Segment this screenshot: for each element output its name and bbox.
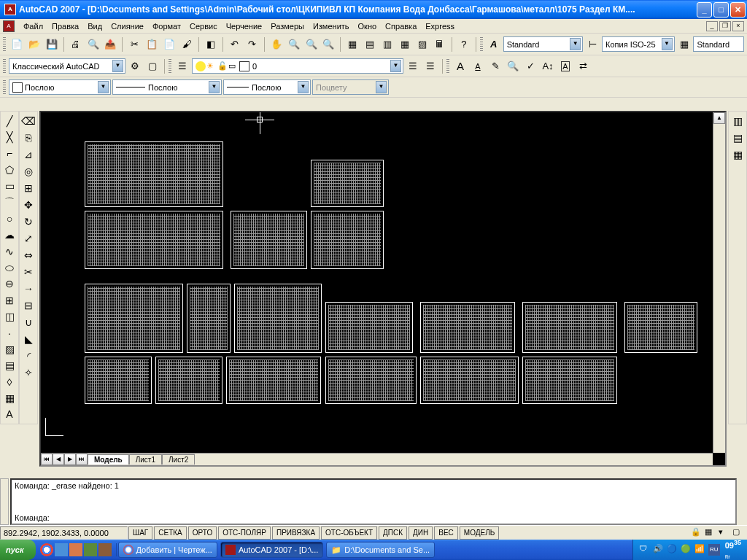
clean-icon[interactable]: ▢ [732,527,744,539]
scale-text-icon[interactable]: A↕ [540,58,556,74]
tab-layout2[interactable]: Лист2 [162,454,195,464]
justify-icon[interactable]: A [557,58,573,74]
menu-file[interactable]: Файл [19,20,47,32]
xline-icon[interactable]: ╳ [1,129,18,144]
copy-icon[interactable]: 📋 [144,36,160,52]
menu-tools[interactable]: Сервис [185,20,222,32]
menu-draw[interactable]: Черчение [222,20,267,32]
status-polar[interactable]: ОТС-ПОЛЯР [218,526,271,540]
revcloud-icon[interactable]: ☁ [1,228,18,243]
tab-last-icon[interactable]: ⏭ [76,454,88,465]
drawing-viewport[interactable]: ▲ ⏮ ◀ ▶ ⏭ Модель Лист1 Лист2 [39,111,727,467]
trim-icon[interactable]: ✂ [20,264,36,280]
ql-icon[interactable] [98,543,112,556]
offset-icon[interactable]: ◎ [20,163,36,179]
close-button[interactable]: ✕ [730,2,746,18]
pline-icon[interactable]: ⌐ [1,146,18,161]
status-ortho[interactable]: ОРТО [188,526,217,540]
lineweight-combo[interactable]: Послою ▼ [223,79,311,95]
toolbar-grip[interactable] [3,80,6,95]
textstyle-combo[interactable]: Standard ▼ [503,36,584,52]
array-icon[interactable]: ⊞ [20,180,36,196]
circle-icon[interactable]: ○ [1,211,18,226]
preview-icon[interactable]: 🔍 [85,36,101,52]
insert-icon[interactable]: ⊞ [1,292,18,308]
gradient-icon[interactable]: ▤ [1,358,18,373]
mdi-close[interactable]: × [732,21,744,31]
linetype-combo[interactable]: Послою ▼ [112,79,222,95]
help-icon[interactable]: ? [456,36,472,52]
scale-icon[interactable]: ⤢ [20,230,36,246]
markup-icon[interactable]: ▨ [414,36,430,52]
chevron-down-icon[interactable]: ▼ [390,60,401,72]
command-grip[interactable] [0,478,9,525]
menu-edit[interactable]: Правка [47,20,83,32]
mdi-restore[interactable]: ❐ [719,21,731,31]
calc-icon[interactable]: 🖩 [432,36,448,52]
dtext-icon[interactable]: A [470,58,486,74]
match-icon[interactable]: 🖌 [179,36,195,52]
ws-save-icon[interactable]: ▢ [144,58,160,74]
tab-prev-icon[interactable]: ◀ [53,454,64,465]
point-icon[interactable]: · [1,325,18,341]
tab-layout1[interactable]: Лист1 [129,454,162,464]
taskbar-item-active[interactable]: AutoCAD 2007 - [D:\... [220,542,323,558]
tray-icon[interactable]: ▾ [719,527,730,539]
tab-model[interactable]: Модель [88,454,129,464]
layer-prev-icon[interactable]: ☰ [405,58,421,74]
start-button[interactable]: пуск [0,540,36,560]
ellipse-arc-icon[interactable]: ⊖ [1,276,18,292]
info-palette-icon[interactable]: ▦ [729,147,746,163]
chevron-down-icon[interactable]: ▼ [209,81,220,93]
block-icon[interactable]: ◫ [1,309,18,324]
tray-icon[interactable]: 🟢 [681,544,692,556]
status-osnap[interactable]: ПРИВЯЗКА [272,526,320,540]
chevron-down-icon[interactable]: ▼ [662,38,673,50]
coords-display[interactable]: 892.2942, 1902.3433, 0.0000 [0,526,128,540]
polygon-icon[interactable]: ⬠ [1,162,18,177]
join-icon[interactable]: ∪ [20,314,36,330]
extend-icon[interactable]: → [20,281,36,297]
command-prompt[interactable]: Команда: [15,513,50,522]
desktop-icon[interactable] [55,543,68,556]
undo-icon[interactable]: ↶ [227,36,243,52]
save-icon[interactable]: 💾 [44,36,60,52]
mirror-icon[interactable]: ⊿ [20,147,36,163]
menu-window[interactable]: Окно [354,20,382,32]
ssm-icon[interactable]: ▦ [397,36,413,52]
hatch-icon[interactable]: ▨ [1,341,18,357]
block-icon[interactable]: ◧ [203,36,219,52]
copy-icon[interactable]: ⎘ [20,130,36,146]
zoom-rt-icon[interactable]: 🔍 [286,36,302,52]
table-icon[interactable]: ▦ [1,390,18,405]
toolbar-grip[interactable] [480,37,483,52]
stretch-icon[interactable]: ⇔ [20,247,36,263]
ws-settings-icon[interactable]: ⚙ [127,58,143,74]
tblstyle-icon[interactable]: ▦ [676,36,692,52]
break-icon[interactable]: ⊟ [20,298,36,314]
lang-icon[interactable]: RU [708,544,720,556]
explode-icon[interactable]: ✧ [20,365,36,381]
mdi-minimize[interactable]: _ [706,21,718,31]
edit-text-icon[interactable]: ✎ [487,58,503,74]
layer-mgr-icon[interactable]: ☰ [174,58,190,74]
convert-icon[interactable]: ⇄ [575,58,591,74]
props-icon[interactable]: ▦ [344,36,360,52]
system-tray[interactable]: 🛡 🔊 🔵 🟢 📶 RU 0935ftr [632,540,747,560]
pan-icon[interactable]: ✋ [268,36,285,52]
chevron-down-icon[interactable]: ▼ [98,81,109,93]
textstyle-icon[interactable]: A [486,36,502,52]
chamfer-icon[interactable]: ◣ [20,331,36,347]
clock[interactable]: 0935ftr [722,540,741,559]
spline-icon[interactable]: ∿ [1,244,18,259]
menu-view[interactable]: Вид [83,20,107,32]
chrome-icon[interactable] [40,543,53,556]
tab-next-icon[interactable]: ▶ [64,454,76,465]
toolbar-grip[interactable] [446,59,449,74]
tblstyle-combo[interactable]: Standard [693,36,744,52]
chevron-down-icon[interactable]: ▼ [112,60,123,72]
status-grid[interactable]: СЕТКА [154,526,187,540]
toolbar-grip[interactable] [169,59,171,74]
region-icon[interactable]: ◊ [1,374,18,389]
taskbar-item[interactable]: 📁 D:\Documents and Se... [326,542,435,558]
